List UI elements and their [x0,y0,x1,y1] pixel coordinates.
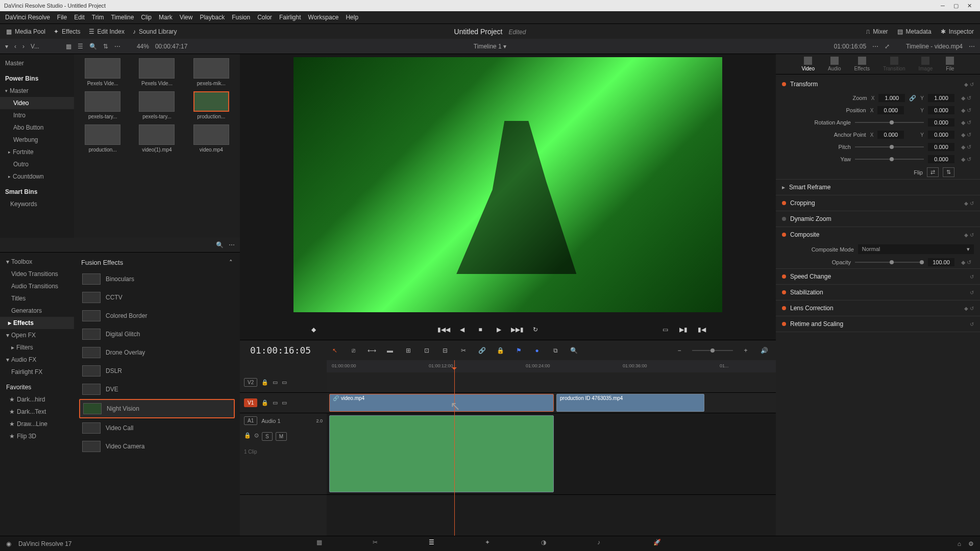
effect-video-camera[interactable]: Video Camera [79,438,235,455]
media-clip[interactable]: pexels-mik... [187,58,236,86]
effect-night-vision[interactable]: Night Vision [79,399,235,418]
next-clip-icon[interactable]: ▶▶▮ [512,324,522,335]
fullscreen-icon[interactable]: ▭ [660,324,670,335]
reverse-icon[interactable]: ◀ [457,324,467,335]
home-icon[interactable]: ⌂ [958,540,961,547]
page-deliver-icon[interactable]: 🚀 [653,539,664,549]
menu-fairlight[interactable]: Fairlight [279,14,301,21]
link-icon[interactable]: 🔗 [909,95,916,102]
inspector-tab-file[interactable]: File [946,57,954,71]
media-clip[interactable]: pexels-tary... [78,91,127,119]
inspector-expand-icon[interactable]: ⋯ [969,43,975,50]
track-lanes[interactable]: 01:00:00:00 01:00:12:00 01:00:24:00 01:0… [327,360,776,536]
project-settings-icon[interactable]: ⚙ [968,540,974,547]
transform-section-header[interactable]: Transform◆ ↺ [776,77,980,92]
inspector-tab-transition[interactable]: Transition [883,57,905,71]
clip-production[interactable]: production ID 4763035.mp4 [556,394,704,412]
prev-clip-icon[interactable]: ▮◀◀ [438,324,449,335]
media-clip[interactable]: Pexels Vide... [132,58,181,86]
effects-toolbox[interactable]: ▾Toolbox [0,256,74,268]
flag-icon[interactable]: ⚑ [513,345,524,356]
keyframe-icon[interactable]: ◆ ↺ [959,95,974,102]
speed-change-header[interactable]: Speed Change↺ [776,269,980,284]
effects-fairlightfx[interactable]: Fairlight FX [0,366,74,378]
nav-back-icon[interactable]: ‹ [14,43,16,50]
thumb-view-icon[interactable]: ▦ [66,43,71,50]
solo-button[interactable]: S [262,432,273,441]
mixer-toggle[interactable]: ⎍Mixer [866,28,888,35]
effects-audio-transitions[interactable]: Audio Transitions [0,280,74,292]
lock-icon[interactable]: 🔒 [244,432,251,441]
media-clip[interactable]: pexels-tary... [132,91,181,119]
selection-tool-icon[interactable]: ↖ [329,345,340,356]
track-header-a1[interactable]: A1 Audio 1 2.0 🔒 ⊙ S M 1 Clip [240,413,327,495]
audio-icon[interactable]: 🔊 [758,345,770,356]
track-enable-icon[interactable]: ▭ [273,399,278,406]
menu-timeline[interactable]: Timeline [111,14,134,21]
flip-v-button[interactable]: ⇅ [943,167,954,177]
page-fairlight-icon[interactable]: ♪ [597,539,607,549]
bin-view-icon[interactable]: ▾ [5,43,8,50]
opacity-input[interactable]: 100.00 [928,258,954,266]
stabilization-header[interactable]: Stabilization↺ [776,285,980,300]
folder-fortnite[interactable]: ▸Fortnite [0,146,74,158]
media-clip[interactable]: production... [78,124,127,153]
menu-playback[interactable]: Playback [200,14,225,21]
keyframe-icon[interactable]: ◆ ↺ [959,156,974,163]
retime-scaling-header[interactable]: Retime and Scaling↺ [776,316,980,332]
effects-generators[interactable]: Generators [0,305,74,317]
go-start-icon[interactable]: ▮◀ [697,324,707,335]
dynamic-trim-icon[interactable]: ⟷ [366,345,377,356]
marker-icon[interactable]: ● [531,345,543,356]
page-media-icon[interactable]: ▦ [316,539,327,549]
trim-tool-icon[interactable]: ⎚ [348,345,359,356]
folder-smart-bins[interactable]: Smart Bins [0,186,74,198]
viewer-options-icon[interactable]: ⋯ [872,43,878,50]
effects-options-icon[interactable]: ⋯ [229,241,235,248]
favorite-item[interactable]: ★ Dark...Text [0,406,74,418]
edit-index-toggle[interactable]: ☰Edit Index [89,28,125,35]
metadata-toggle[interactable]: ▤Metadata [897,28,932,35]
dynamic-zoom-header[interactable]: Dynamic Zoom [776,211,980,227]
window-close-button[interactable]: ✕ [963,3,976,9]
track-header-v1[interactable]: V1 🔒 ▭ ▭ [240,393,327,413]
search-icon[interactable]: 🔍 [89,43,97,50]
pitch-input[interactable]: 0.000 [928,143,954,151]
pos-y-input[interactable]: 0.000 [928,106,954,114]
inspector-tab-effects[interactable]: Effects [854,57,870,71]
track-view-icon[interactable]: ▭ [282,399,287,406]
track-view-icon[interactable]: ▭ [282,379,287,386]
favorite-item[interactable]: ★ Dark...hird [0,393,74,406]
rotation-input[interactable]: 0.000 [928,118,954,127]
zoom-percent[interactable]: 44% [137,43,149,50]
menu-help[interactable]: Help [346,14,358,21]
link-icon[interactable]: 🔗 [476,345,487,356]
folder-countdown[interactable]: ▸Countdown [0,170,74,183]
page-edit-icon[interactable]: ☰ [429,539,439,549]
track-lane-v1[interactable]: 🔗video.mp4 production ID 4763035.mp4 [327,393,776,413]
inspector-toggle[interactable]: ✱Inspector [941,28,974,35]
folder-master-root[interactable]: Master [0,57,74,69]
effect-video-call[interactable]: Video Call [79,419,235,437]
mute-button[interactable]: M [276,432,287,441]
expand-icon[interactable]: ⤢ [885,43,890,50]
playhead[interactable] [454,360,455,536]
cropping-header[interactable]: Cropping◆ ↺ [776,195,980,211]
keyframe-icon[interactable]: ◆ ↺ [964,82,974,87]
lock-icon[interactable]: 🔒 [495,345,506,356]
keyframe-icon[interactable]: ◆ ↺ [959,259,974,266]
effects-toggle[interactable]: ✦Effects [54,28,80,35]
chevron-up-icon[interactable]: ˄ [229,259,233,266]
zoom-x-input[interactable]: 1.000 [878,94,905,102]
zoom-in-icon[interactable]: + [740,345,751,356]
window-minimize-button[interactable]: ─ [936,3,949,9]
menu-edit[interactable]: Edit [74,14,85,21]
effects-filters[interactable]: ▸Filters [0,341,74,354]
yaw-input[interactable]: 0.000 [928,155,954,163]
timeline-ruler[interactable]: 01:00:00:00 01:00:12:00 01:00:24:00 01:0… [327,360,776,372]
menu-mark[interactable]: Mark [159,14,173,21]
effect-digital-glitch[interactable]: Digital Glitch [79,325,235,343]
favorite-item[interactable]: ★ Draw...Line [0,418,74,430]
pitch-slider[interactable] [855,146,924,147]
effects-audiofx[interactable]: ▾Audio FX [0,354,74,366]
